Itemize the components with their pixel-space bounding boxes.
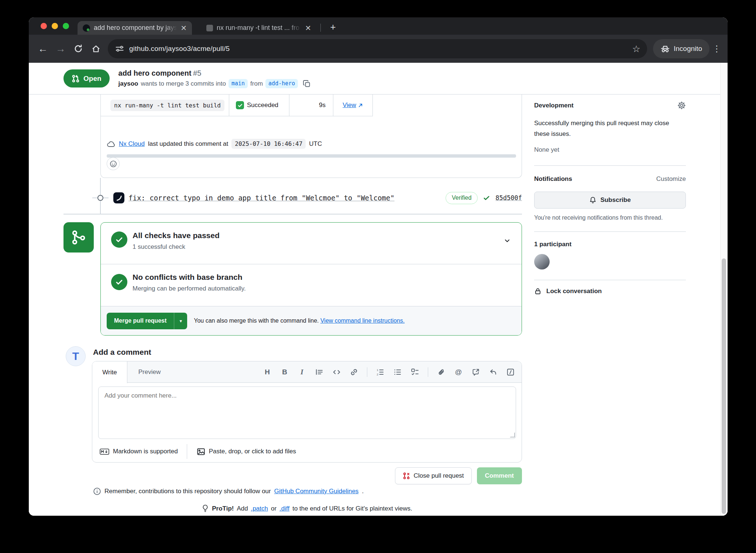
forward-button[interactable]: → — [52, 40, 69, 58]
github-pr-page: Open add hero component #5 jaysoo wants … — [29, 63, 728, 516]
commit-message-link[interactable]: fix: correct typo in demo app title from… — [128, 194, 395, 202]
close-pull-request-button[interactable]: Close pull request — [395, 467, 472, 484]
notifications-title: Notifications — [534, 175, 572, 183]
verified-badge[interactable]: Verified — [446, 192, 478, 204]
zoom-window-button[interactable] — [63, 23, 69, 29]
pr-author[interactable]: jaysoo — [118, 80, 138, 87]
add-reaction-button[interactable] — [107, 157, 120, 170]
community-guidelines-link[interactable]: GitHub Community Guidelines — [274, 488, 359, 495]
patch-link[interactable]: .patch — [251, 505, 268, 512]
tab-title: add hero component by jayso — [94, 24, 177, 32]
browser-tab-inactive[interactable]: nx run-many -t lint test ... fro ✕ — [201, 21, 316, 35]
tab-close-icon[interactable]: ✕ — [305, 24, 311, 32]
address-bar[interactable]: github.com/jaysoo3/acme/pull/5 ☆ — [108, 39, 647, 58]
link-icon[interactable] — [350, 368, 358, 377]
diff-link[interactable]: .diff — [279, 505, 289, 512]
tab-close-icon[interactable]: ✕ — [181, 24, 187, 32]
protip-label: ProTip! — [212, 505, 234, 512]
mention-icon[interactable]: @ — [454, 368, 463, 377]
new-tab-button[interactable]: + — [326, 20, 340, 34]
composer-tab-strip: Write Preview H B I — [92, 361, 522, 383]
close-window-button[interactable] — [41, 23, 47, 29]
lock-conversation-button[interactable]: Lock conversation — [534, 288, 686, 295]
reload-button[interactable] — [69, 40, 87, 58]
browser-tab-active[interactable]: add hero component by jayso ✕ — [78, 21, 192, 35]
commit-row: fix: correct typo in demo app title from… — [63, 190, 522, 206]
cross-reference-icon[interactable] — [471, 368, 480, 377]
markdown-supported-note[interactable]: Markdown is supported — [100, 448, 178, 455]
view-check-link[interactable]: View — [343, 102, 363, 109]
window-controls[interactable] — [41, 23, 69, 29]
browser-menu-button[interactable]: ⋮ — [709, 41, 724, 56]
no-conflicts-icon — [111, 274, 127, 290]
footer-separator — [187, 444, 187, 459]
markdown-toolbar: H B I 12 — [263, 361, 515, 383]
paste-files-button[interactable]: Paste, drop, or click to add files — [197, 447, 296, 456]
home-button[interactable] — [87, 40, 105, 58]
sidebar-divider — [534, 165, 686, 166]
comment-textarea[interactable] — [98, 387, 516, 439]
attach-file-icon[interactable] — [437, 368, 446, 377]
chevron-down-icon[interactable] — [504, 237, 511, 244]
screenshot-stage: add hero component by jayso ✕ nx run-man… — [0, 0, 756, 553]
commit-sha-link[interactable]: 85d500f — [495, 194, 522, 202]
nx-favicon — [206, 25, 213, 31]
customize-link[interactable]: Customize — [656, 175, 686, 183]
browser-toolbar: ← → github.com/jaysoo3/acme/pull/5 ☆ — [29, 35, 728, 63]
image-icon — [197, 447, 205, 456]
page-scrollbar[interactable] — [720, 63, 728, 516]
nx-cloud-link[interactable]: Nx Cloud — [119, 140, 145, 148]
gear-icon[interactable] — [677, 101, 686, 110]
toolbar-separator — [428, 367, 428, 377]
bookmark-star-icon[interactable]: ☆ — [632, 44, 640, 54]
composer-footer: Markdown is supported Paste, drop, or cl… — [92, 440, 522, 463]
pr-sidebar: Development Successfully merging this pu… — [534, 101, 686, 295]
guidelines-note: Remember, contributions to this reposito… — [93, 487, 364, 495]
reload-icon — [73, 44, 83, 54]
tab-preview[interactable]: Preview — [127, 361, 172, 383]
timezone-label: UTC — [309, 140, 322, 148]
scrollbar-thumb[interactable] — [722, 258, 726, 514]
base-branch-label[interactable]: main — [228, 79, 248, 88]
paste-note-label: Paste, drop, or click to add files — [209, 448, 296, 455]
tab-write[interactable]: Write — [92, 361, 127, 383]
git-merge-icon — [71, 230, 86, 245]
current-user-avatar: T — [66, 346, 86, 366]
head-branch-label[interactable]: add-hero — [265, 79, 298, 88]
slash-commands-icon[interactable] — [506, 368, 515, 377]
merge-options-caret[interactable]: ▾ — [174, 313, 187, 329]
comment-submit-button[interactable]: Comment — [477, 467, 522, 484]
check-run-view-cell: View — [333, 95, 373, 116]
reply-icon[interactable] — [489, 368, 498, 377]
quote-icon[interactable] — [315, 368, 324, 377]
merge-pull-request-button[interactable]: Merge pull request ▾ — [107, 313, 187, 329]
bold-icon[interactable]: B — [280, 368, 289, 377]
back-button[interactable]: ← — [34, 40, 52, 58]
code-icon[interactable] — [332, 368, 341, 377]
heading-icon[interactable]: H — [263, 368, 272, 377]
sidebar-divider — [534, 280, 686, 280]
italic-icon[interactable]: I — [298, 368, 306, 377]
tab-separator — [320, 24, 321, 32]
pr-number: #5 — [193, 69, 201, 77]
merge-actions-footer: Merge pull request ▾ You can also merge … — [101, 306, 522, 335]
protip-text: or — [271, 505, 276, 512]
participant-avatar[interactable] — [534, 254, 550, 269]
checks-passed-section[interactable]: All checks have passed 1 successful chec… — [101, 223, 522, 264]
commit-author-avatar[interactable] — [113, 192, 124, 203]
pr-title-line: add hero component #5 — [118, 69, 311, 78]
info-icon — [93, 487, 101, 495]
commit-check-icon — [483, 194, 490, 202]
unordered-list-icon[interactable] — [393, 368, 402, 377]
protip-note: ProTip! Add .patch or .diff to the end o… — [92, 504, 522, 513]
url-text[interactable]: github.com/jaysoo3/acme/pull/5 — [129, 45, 632, 53]
minimize-window-button[interactable] — [52, 23, 58, 29]
ordered-list-icon[interactable]: 12 — [376, 368, 385, 377]
task-list-icon[interactable] — [410, 368, 419, 377]
cli-instructions-link[interactable]: View command line instructions. — [320, 317, 405, 324]
check-run-name-cell: nx run-many -t lint test build — [101, 95, 229, 116]
subscribe-button[interactable]: Subscribe — [534, 192, 686, 209]
site-settings-icon[interactable] — [115, 44, 124, 53]
copy-branch-icon[interactable] — [303, 80, 311, 88]
smiley-icon — [110, 160, 117, 168]
